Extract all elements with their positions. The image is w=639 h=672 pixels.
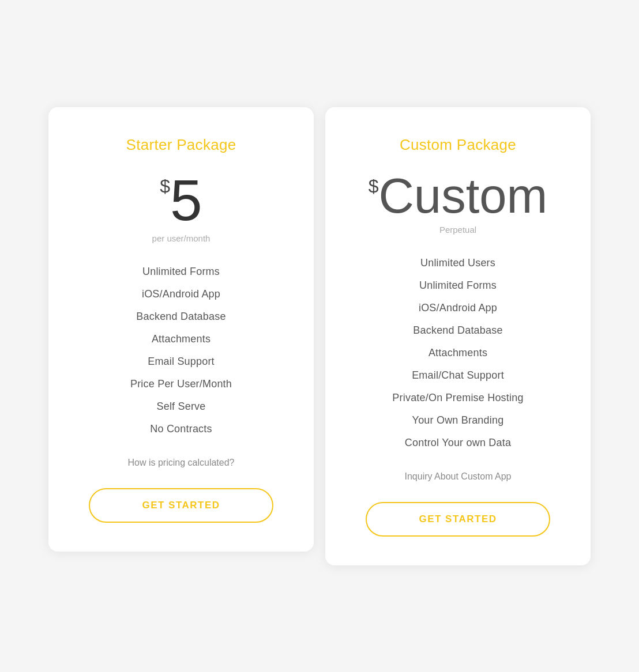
custom-features-list: Unlimited Users Unlimited Forms iOS/Andr… (348, 252, 567, 454)
list-item: Email/Chat Support (348, 364, 567, 387)
list-item: Control Your own Data (348, 432, 567, 454)
starter-price-period: per user/month (152, 233, 211, 243)
custom-package-title: Custom Package (400, 136, 516, 154)
list-item: Unlimited Users (348, 252, 567, 274)
list-item: iOS/Android App (72, 283, 291, 305)
custom-price-period: Perpetual (439, 225, 476, 235)
starter-currency-symbol: $ (160, 177, 170, 195)
pricing-container: Starter Package $ 5 per user/month Unlim… (0, 84, 639, 588)
starter-pricing-link[interactable]: How is pricing calculated? (128, 458, 235, 468)
starter-package-card: Starter Package $ 5 per user/month Unlim… (48, 107, 314, 552)
starter-get-started-button[interactable]: GET STARTED (89, 488, 273, 523)
starter-price-main: $ 5 (160, 171, 202, 229)
custom-price-amount: Custom (378, 171, 547, 220)
list-item: Email Support (72, 350, 291, 373)
list-item: Attachments (348, 342, 567, 364)
custom-currency-symbol: $ (369, 177, 379, 195)
list-item: Private/On Premise Hosting (348, 387, 567, 409)
list-item: Price Per User/Month (72, 373, 291, 395)
list-item: No Contracts (72, 418, 291, 440)
list-item: Your Own Branding (348, 409, 567, 432)
list-item: Unlimited Forms (348, 274, 567, 297)
custom-inquiry-link[interactable]: Inquiry About Custom App (405, 471, 512, 482)
starter-features-list: Unlimited Forms iOS/Android App Backend … (72, 261, 291, 440)
list-item: Backend Database (348, 319, 567, 342)
list-item: Attachments (72, 328, 291, 350)
custom-price-main: $ Custom (369, 171, 548, 220)
custom-price-section: $ Custom Perpetual (369, 171, 548, 235)
list-item: Backend Database (72, 305, 291, 328)
list-item: Self Serve (72, 395, 291, 418)
custom-get-started-button[interactable]: GET STARTED (366, 502, 550, 537)
list-item: iOS/Android App (348, 297, 567, 319)
starter-price-amount: 5 (170, 171, 202, 229)
starter-package-title: Starter Package (126, 136, 236, 154)
custom-package-card: Custom Package $ Custom Perpetual Unlimi… (325, 107, 591, 565)
list-item: Unlimited Forms (72, 261, 291, 283)
starter-price-section: $ 5 per user/month (152, 171, 211, 243)
